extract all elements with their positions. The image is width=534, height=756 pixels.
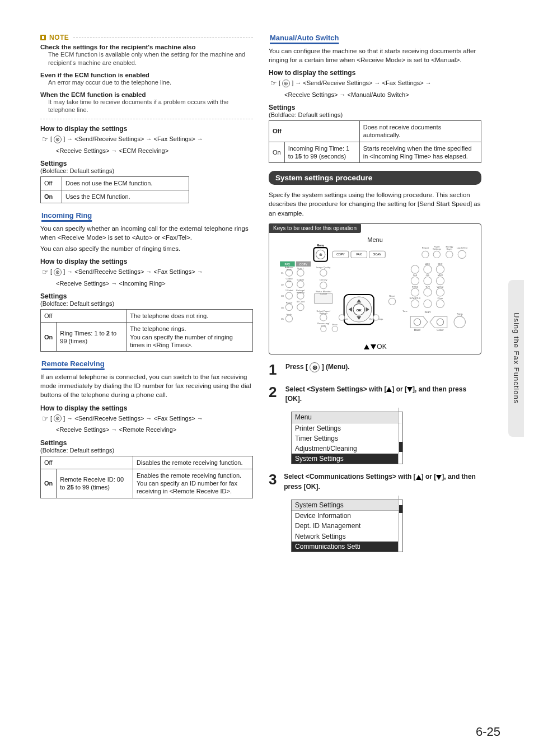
note-body-3: It may take time to receive documents if… [48, 98, 253, 115]
svg-point-66 [339, 314, 345, 320]
svg-point-35 [297, 304, 304, 310]
lcd-scrollbar [399, 408, 403, 464]
remote-off-val: Disables the remote receiving function. [133, 456, 252, 469]
svg-text:FAX: FAX [285, 262, 291, 265]
lcd-1-item-1: Timer Settings [292, 433, 402, 444]
down-triangle-icon [371, 344, 376, 349]
svg-text:Menu: Menu [317, 244, 324, 247]
lcd-scrollbar-thumb [399, 442, 402, 452]
ecm-table: OffDoes not use the ECM function. OnUses… [40, 176, 189, 203]
side-tab-label: Using the Fax Functions [512, 312, 521, 404]
svg-text:Dial: Dial [287, 279, 291, 282]
svg-point-23 [297, 281, 304, 287]
svg-point-82 [424, 265, 432, 273]
svg-point-96 [436, 288, 444, 296]
svg-text:WXYZ: WXYZ [437, 285, 444, 288]
svg-text:Tone: Tone [402, 309, 408, 312]
incoming-table: Off The telephone does not ring. On Ring… [40, 309, 253, 352]
down-triangle-icon [436, 475, 442, 480]
svg-point-34 [285, 304, 292, 310]
svg-point-106 [437, 319, 443, 325]
incoming-on-key: On [41, 323, 57, 352]
remote-table: Off Disables the remote receiving functi… [40, 456, 253, 498]
note-body-1: The ECM function is available only when … [48, 50, 253, 67]
svg-text:Clear: Clear [438, 297, 443, 300]
hand-icon: ☞ [40, 413, 50, 424]
svg-text:SCAN: SCAN [373, 253, 382, 256]
incoming-path-1: ☞[ ⊛ ] → <Send/Receive Settings> → <Fax … [40, 267, 253, 278]
svg-point-94 [424, 288, 432, 296]
svg-text:Hook: Hook [287, 312, 292, 315]
svg-point-90 [436, 277, 444, 284]
svg-text:02: 02 [281, 283, 284, 286]
menu-button-icon: ⊛ [54, 268, 62, 276]
manual-off-val: Does not receive documents automatically… [359, 121, 481, 142]
boldface-note: (Boldface: Default settings) [40, 167, 253, 174]
note-label: NOTE [40, 34, 253, 41]
svg-text:Log In/Out: Log In/Out [457, 246, 468, 249]
svg-point-67 [373, 314, 379, 320]
svg-text:Start: Start [425, 310, 431, 313]
svg-text:COPY: COPY [336, 253, 345, 256]
manual-p: You can configure the machine so that it… [269, 46, 481, 64]
svg-text:Image Quality: Image Quality [316, 266, 331, 269]
svg-text:B&W: B&W [414, 328, 421, 332]
hand-icon: ☞ [269, 78, 279, 89]
ecm-off-val: Does not use the ECM function. [62, 177, 189, 190]
remote-path-1: ☞[ ⊛ ] → <Send/Receive Settings> → <Fax … [40, 413, 253, 424]
svg-text:ID Card: ID Card [297, 300, 305, 303]
ecm-on-val: Uses the ECM function. [62, 190, 189, 203]
note-title-3: When the ECM function is enabled [40, 91, 253, 98]
svg-text:N on 1: N on 1 [297, 267, 305, 270]
step-3: 3 Select <Communications Settings> with … [269, 472, 481, 492]
step-2-text: Select <System Settings> with [] or [], … [285, 385, 481, 404]
svg-text:01: 01 [281, 272, 284, 274]
path-prefix: ] → <Send/Receive Settings> → <Fax Setti… [62, 414, 203, 421]
incoming-p2: You can also specify the number of ringi… [40, 244, 253, 253]
step-3-text: Select <Communications Settings> with []… [284, 472, 481, 492]
menu-button-icon: ⊛ [282, 80, 290, 87]
ok-line: ▲▼OKOK [269, 343, 481, 351]
svg-point-76 [446, 251, 453, 258]
svg-text:Pause: Pause [286, 301, 293, 304]
lcd-1-item-3: System Settings [292, 454, 402, 464]
lcd-scrollbar [399, 496, 403, 552]
hand-icon: ☞ [40, 267, 50, 278]
svg-point-68 [389, 298, 396, 305]
svg-text:03: 03 [281, 295, 284, 297]
how-to-heading-4: How to display the settings [269, 69, 481, 77]
remote-p: If an external telephone is connected, y… [40, 372, 253, 399]
lcd-2-item-1: Dept. ID Management [292, 521, 402, 531]
how-to-heading-2: How to display the settings [40, 258, 253, 265]
lcd-2-item-2: Network Settings [292, 531, 402, 542]
svg-text:FAX: FAX [357, 253, 362, 256]
svg-point-101 [436, 300, 444, 307]
svg-text:Cancel: Cancel [320, 292, 327, 295]
menu-button-icon: ⊛ [54, 136, 62, 143]
svg-text:Reduce: Reduce [297, 291, 305, 294]
incoming-bold: 2 [106, 330, 110, 337]
manual-on-mid: Incoming Ring Time: 1 to 15 to 99 (secon… [284, 142, 359, 163]
ecm-path-1: ☞[ ⊛ ] → <Send/Receive Settings> → <Fax … [40, 134, 253, 145]
manual-path-1: ☞[ ⊛ ] → <Send/Receive Settings> → <Fax … [269, 78, 481, 89]
boldface-note-3: (Boldface: Default settings) [40, 447, 253, 454]
keys-head: Keys to be used for this operation [269, 223, 361, 233]
up-triangle-icon [416, 475, 421, 480]
remote-on-key: On [41, 469, 57, 498]
svg-point-41 [320, 269, 327, 276]
svg-text:DEF: DEF [438, 262, 443, 265]
svg-point-48 [320, 314, 327, 320]
how-to-heading: How to display the settings [40, 125, 253, 133]
step-1: 1 Press [ ⊛ ] (Menu). [269, 362, 481, 377]
svg-text:COPY: COPY [299, 262, 308, 265]
remote-on-mid: Remote Receive ID: 00 to 25 to 99 (times… [57, 469, 133, 498]
manual-auto-heading: Manual/Auto Switch [269, 34, 343, 43]
svg-text:MNO: MNO [438, 274, 443, 277]
manual-path-2: <Receive Settings> → <Manual/Auto Switch… [284, 90, 481, 100]
remote-off-key: Off [41, 456, 133, 469]
menu-word: Menu [269, 236, 481, 243]
lcd-1: Menu Printer Settings Timer Settings Adj… [291, 412, 403, 464]
settings-label-4: Settings [269, 104, 481, 111]
up-triangle-icon [364, 344, 369, 349]
control-panel-diagram: ⊛ Menu COPY FAX SCAN FAX COPY 01 Address… [278, 244, 472, 342]
